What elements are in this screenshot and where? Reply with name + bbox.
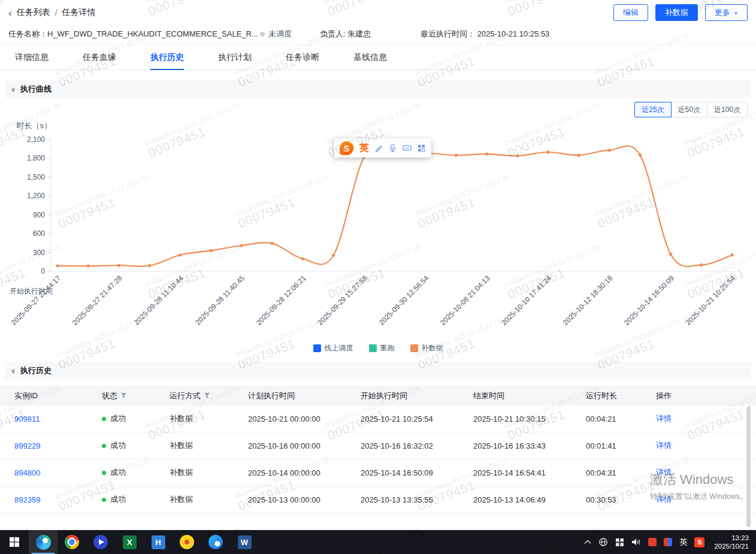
legend-label: 补数据: [422, 343, 443, 353]
grid-icon[interactable]: [418, 144, 425, 152]
detail-link[interactable]: 详情: [656, 440, 756, 451]
image-viewer-icon: H: [152, 535, 165, 549]
taskbar-excel-button[interactable]: X: [115, 530, 144, 554]
svg-text:2025-09-27 21:47:28: 2025-09-27 21:47:28: [71, 274, 124, 327]
tab-diagnosis[interactable]: 任务诊断: [286, 46, 319, 69]
end-time-cell: 2025-10-13 14:06:49: [473, 495, 586, 504]
svg-text:2025-09-28 11:10:44: 2025-09-28 11:10:44: [132, 274, 185, 326]
owner: 负责人: 朱建忠: [320, 29, 421, 40]
col-run-mode-label: 运行方式: [170, 390, 201, 401]
end-time-cell: 2025-10-21 10:30:15: [473, 414, 586, 423]
breadcrumb-task-list[interactable]: 任务列表: [17, 7, 50, 18]
sogou-logo-icon[interactable]: S: [340, 141, 353, 155]
status-cell: 成功: [102, 413, 170, 424]
instance-id-link[interactable]: 894800: [14, 468, 102, 477]
svg-text:2025-10-12 18:30:18: 2025-10-12 18:30:18: [561, 274, 615, 327]
last-exec-time: 最近执行时间： 2025-10-21 10:25:53: [421, 29, 549, 40]
keyboard-icon[interactable]: [403, 144, 412, 152]
legend-item[interactable]: 线上调度: [313, 343, 353, 353]
tab-exec-plan[interactable]: 执行计划: [218, 46, 252, 69]
end-time-cell: 2025-10-14 16:54:41: [473, 468, 586, 477]
legend-swatch-icon: [369, 344, 377, 352]
range-last-25-button[interactable]: 近25次: [634, 102, 671, 117]
task-name-label: 任务名称：: [8, 29, 47, 38]
activation-line1: 激活 Windows: [650, 471, 748, 489]
instance-id-link[interactable]: 892359: [14, 495, 102, 504]
network-icon[interactable]: [598, 537, 608, 547]
tray-app-icon-2[interactable]: [664, 538, 672, 546]
taskbar-edge-button[interactable]: [29, 530, 58, 554]
tray-app-icon-1[interactable]: [648, 538, 657, 546]
more-button[interactable]: 更多 ∨: [705, 4, 748, 21]
table-row: 909811 成功 补数据 2025-10-21 00:00:00 2025-1…: [0, 405, 756, 432]
taskbar-word-button[interactable]: W: [230, 530, 259, 554]
owner-value: 朱建忠: [347, 29, 371, 38]
tab-baseline[interactable]: 基线信息: [353, 46, 387, 69]
sogou-tray-icon[interactable]: S: [694, 537, 704, 547]
task-name-value: H_WF_DWD_TRADE_HKAUDIT_ECOMMERCE_SALE_R.…: [47, 29, 258, 38]
vertical-scrollbar[interactable]: [746, 406, 751, 527]
run-mode-cell: 补数据: [170, 467, 248, 478]
tabs-bar: 详细信息 任务血缘 执行历史 执行计划 任务诊断 基线信息: [0, 46, 756, 70]
tray-expand-chevron-icon[interactable]: [584, 540, 591, 544]
svg-text:900: 900: [33, 211, 45, 219]
svg-text:2025-10-08 21:04:13: 2025-10-08 21:04:13: [439, 274, 492, 327]
windows-taskbar: X H W 英 S 13:23 2025/10/21: [0, 530, 756, 554]
tab-exec-history[interactable]: 执行历史: [150, 46, 184, 69]
svg-text:600: 600: [33, 229, 45, 238]
taskbar-chrome-button[interactable]: [58, 530, 86, 554]
filter-icon[interactable]: [120, 392, 127, 399]
thunder-icon: [208, 535, 223, 549]
col-end-time: 结束时间: [473, 390, 586, 401]
svg-text:1,200: 1,200: [27, 192, 45, 200]
col-instance-id: 实例ID: [14, 390, 102, 401]
run-mode-cell: 补数据: [170, 413, 248, 424]
ime-language-mode[interactable]: 英: [359, 142, 369, 155]
taskbar-thunder-button[interactable]: [201, 530, 230, 554]
range-last-100-button[interactable]: 近100次: [707, 102, 748, 117]
instance-id-link[interactable]: 909811: [14, 414, 102, 423]
success-dot-icon: [102, 417, 106, 421]
collapse-icon[interactable]: ∨: [11, 86, 16, 93]
pen-icon[interactable]: [375, 144, 383, 152]
input-language-indicator[interactable]: 英: [679, 537, 687, 547]
col-operation: 操作: [656, 390, 756, 401]
section-exec-history[interactable]: ∨ 执行历史: [5, 362, 751, 380]
svg-text:1,500: 1,500: [27, 173, 45, 181]
filter-icon[interactable]: [204, 392, 210, 399]
section-exec-curve-title: 执行曲线: [20, 84, 52, 95]
start-time-cell: 2025-10-21 10:25:54: [361, 414, 473, 423]
taskbar-image-viewer-button[interactable]: H: [144, 530, 173, 554]
col-run-mode: 运行方式: [170, 390, 248, 401]
svg-text:开始执行时间: 开始执行时间: [10, 287, 53, 295]
start-button[interactable]: [0, 530, 29, 554]
detail-link[interactable]: 详情: [656, 413, 756, 424]
section-exec-curve[interactable]: ∨ 执行曲线: [5, 80, 751, 98]
people-icon[interactable]: [615, 538, 624, 547]
edit-button[interactable]: 编辑: [613, 4, 648, 21]
collapse-icon[interactable]: ∨: [11, 367, 16, 375]
back-icon[interactable]: ‹: [8, 8, 12, 18]
instance-id-link[interactable]: 899229: [14, 441, 102, 450]
legend-label: 线上调度: [325, 343, 353, 353]
table-row: 899229 成功 补数据 2025-10-16 00:00:00 2025-1…: [0, 432, 756, 459]
tab-detail-info[interactable]: 详细信息: [15, 46, 49, 69]
duration-cell: 00:04:21: [586, 414, 656, 423]
svg-text:2025-09-27 21:44:17: 2025-09-27 21:44:17: [9, 274, 62, 327]
mic-icon[interactable]: [389, 144, 397, 152]
taskbar-yellow-app-button[interactable]: [173, 530, 201, 554]
owner-label: 负责人:: [320, 29, 347, 38]
taskbar-media-player-button[interactable]: [86, 530, 115, 554]
legend-item[interactable]: 重跑: [369, 343, 395, 353]
status-cell: 成功: [102, 440, 170, 451]
breadcrumb-task-detail: 任务详情: [62, 7, 96, 18]
tab-lineage[interactable]: 任务血缘: [83, 46, 116, 69]
duration-cell: 00:30:53: [586, 495, 656, 504]
legend-item[interactable]: 补数据: [410, 343, 443, 353]
ime-toolbar[interactable]: S 英: [334, 138, 431, 158]
backfill-button[interactable]: 补数据: [655, 4, 698, 21]
range-last-50-button[interactable]: 近50次: [671, 102, 707, 117]
planned-time-cell: 2025-10-21 00:00:00: [248, 414, 361, 423]
volume-icon[interactable]: [631, 538, 641, 546]
taskbar-clock[interactable]: 13:23 2025/10/21: [712, 534, 751, 550]
